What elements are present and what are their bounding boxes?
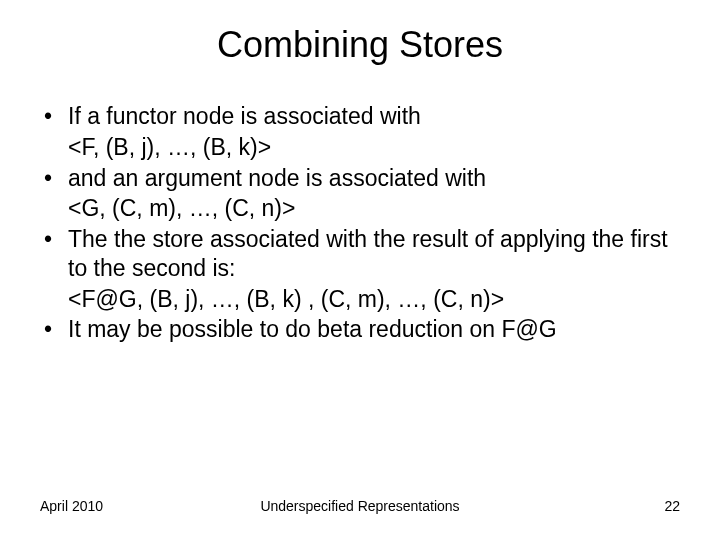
- bullet-list: If a functor node is associated with <F,…: [40, 102, 680, 344]
- bullet-text: The the store associated with the result…: [68, 226, 668, 281]
- slide-body: If a functor node is associated with <F,…: [40, 102, 680, 344]
- slide-footer: April 2010 Underspecified Representation…: [40, 498, 680, 514]
- bullet-text: It may be possible to do beta reduction …: [68, 316, 557, 342]
- list-item: The the store associated with the result…: [40, 225, 680, 283]
- list-item: If a functor node is associated with: [40, 102, 680, 131]
- list-item: It may be possible to do beta reduction …: [40, 315, 680, 344]
- bullet-text: and an argument node is associated with: [68, 165, 486, 191]
- slide-title: Combining Stores: [40, 24, 680, 66]
- footer-title: Underspecified Representations: [40, 498, 680, 514]
- slide: Combining Stores If a functor node is as…: [0, 0, 720, 540]
- bullet-sub: <F@G, (B, j), …, (B, k) , (C, m), …, (C,…: [40, 285, 680, 314]
- bullet-text: If a functor node is associated with: [68, 103, 421, 129]
- bullet-sub: <G, (C, m), …, (C, n)>: [40, 194, 680, 223]
- footer-page-number: 22: [664, 498, 680, 514]
- bullet-sub: <F, (B, j), …, (B, k)>: [40, 133, 680, 162]
- list-item: and an argument node is associated with: [40, 164, 680, 193]
- footer-date: April 2010: [40, 498, 103, 514]
